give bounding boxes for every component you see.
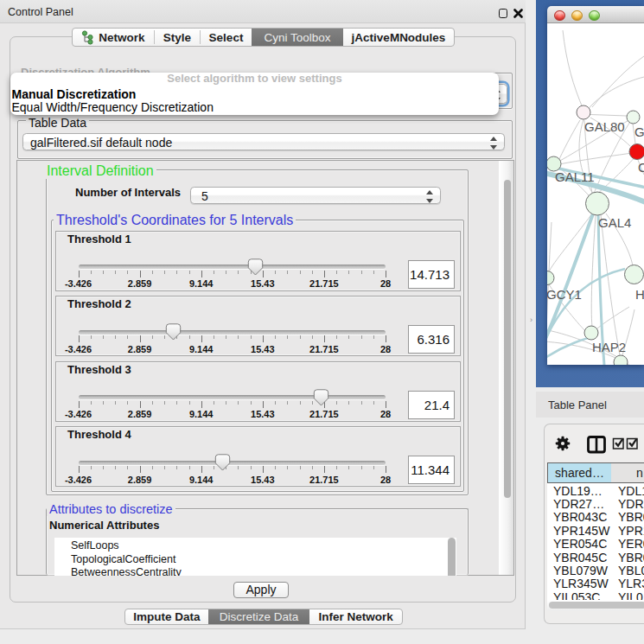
- svg-text:GAL80: GAL80: [584, 119, 625, 134]
- svg-text:GAL4: GAL4: [598, 215, 631, 230]
- svg-text:HA: HA: [635, 287, 644, 302]
- svg-text:GAL11: GAL11: [555, 169, 595, 184]
- svg-text:GA: GA: [634, 124, 644, 139]
- svg-text:C: C: [638, 160, 644, 175]
- svg-text:GCY1: GCY1: [547, 287, 582, 302]
- svg-text:HAP2: HAP2: [592, 340, 626, 354]
